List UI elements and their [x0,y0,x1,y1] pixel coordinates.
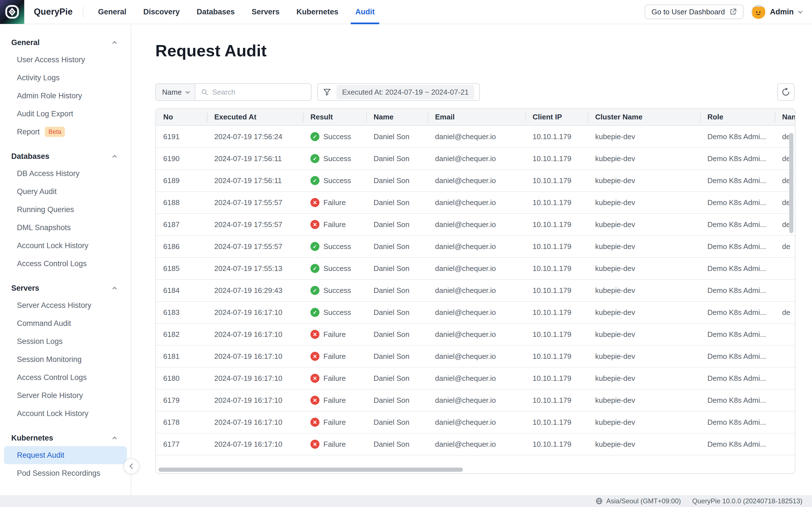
table-row[interactable]: 61822024-07-19 16:17:10✕FailureDaniel So… [156,324,795,346]
sidebar-item-db-access-history[interactable]: DB Access History [4,165,127,182]
table-body: 61912024-07-19 17:56:24✓SuccessDaniel So… [156,126,795,455]
nav-item-general[interactable]: General [90,0,135,24]
cell-result: ✕Failure [303,396,366,405]
sidebar-item-query-audit[interactable]: Query Audit [4,182,127,201]
sidebar-item-running-queries[interactable]: Running Queries [4,201,127,219]
sidebar-item-account-lock-history[interactable]: Account Lock History [4,404,127,422]
sidebar-section-header-kubernetes[interactable]: Kubernetes [0,430,131,446]
cell-client-ip: 10.10.1.179 [525,176,588,185]
table-row[interactable]: 61782024-07-19 16:17:10✕FailureDaniel So… [156,411,795,434]
sidebar-section-header-servers[interactable]: Servers [0,280,131,296]
horizontal-scrollbar[interactable] [158,467,463,472]
cell-name: Daniel Son [366,176,428,185]
cell-namespace: de [775,242,795,251]
sidebar-item-report[interactable]: ReportBeta [4,123,127,141]
sidebar-item-request-audit[interactable]: Request Audit [4,446,127,464]
table-row[interactable]: 61842024-07-19 16:29:43✓SuccessDaniel So… [156,280,795,302]
cell-cluster-name: kubepie-dev [588,220,700,229]
avatar [751,5,765,19]
cell-role: Demo K8s Admi... [700,264,775,273]
timezone-item: Asia/Seoul (GMT+09:00) [596,497,681,505]
sidebar-item-session-monitoring[interactable]: Session Monitoring [4,350,127,369]
table-row[interactable]: 61852024-07-19 17:55:13✓SuccessDaniel So… [156,258,795,280]
cell-client-ip: 10.10.1.179 [525,286,588,295]
sidebar-item-server-role-history[interactable]: Server Role History [4,386,127,404]
success-icon: ✓ [310,264,319,273]
topbar-right: Go to User Dashboard Admin [645,4,812,19]
sidebar-section-header-general[interactable]: General [0,34,131,51]
cell-cluster-name: kubepie-dev [588,242,700,251]
cell-cluster-name: kubepie-dev [588,352,700,361]
sidebar-collapse-button[interactable] [123,458,139,474]
table-row[interactable]: 61792024-07-19 16:17:10✕FailureDaniel So… [156,390,795,411]
search-field-selector[interactable]: Name [156,84,195,100]
sidebar-item-access-control-logs[interactable]: Access Control Logs [4,369,127,386]
table-row[interactable]: 61832024-07-19 16:17:10✓SuccessDaniel So… [156,302,795,324]
sidebar-item-dml-snapshots[interactable]: DML Snapshots [4,219,127,237]
querypie-logo-icon [0,0,24,24]
column-header-email: Email [428,109,525,125]
cell-namespace: de [775,308,795,317]
sidebar-item-admin-role-history[interactable]: Admin Role History [4,87,127,105]
vertical-scrollbar[interactable] [789,133,794,233]
cell-no: 6180 [156,374,207,383]
cell-role: Demo K8s Admi... [700,154,775,163]
cell-role: Demo K8s Admi... [700,242,775,251]
cell-role: Demo K8s Admi... [700,220,775,229]
nav-item-discovery[interactable]: Discovery [135,0,188,24]
cell-name: Daniel Son [366,330,428,339]
nav-item-audit[interactable]: Audit [347,0,383,24]
sidebar-item-command-audit[interactable]: Command Audit [4,314,127,332]
executed-at-filter-chip[interactable]: Executed At: 2024-07-19 ~ 2024-07-21 [336,85,474,100]
table-row[interactable]: 61812024-07-19 16:17:10✕FailureDaniel So… [156,346,795,368]
sidebar-item-audit-log-export[interactable]: Audit Log Export [4,105,127,123]
table-row[interactable]: 61902024-07-19 17:56:11✓SuccessDaniel So… [156,148,795,170]
result-label: Success [323,176,351,185]
nav-item-servers[interactable]: Servers [243,0,288,24]
sidebar-item-access-control-logs[interactable]: Access Control Logs [4,255,127,273]
cell-client-ip: 10.10.1.179 [525,308,588,317]
sidebar-item-label: Activity Logs [17,73,60,82]
column-header-nam: Nam [775,109,795,125]
cell-no: 6184 [156,286,207,295]
table-row[interactable]: 61872024-07-19 17:55:57✕FailureDaniel So… [156,214,795,236]
user-menu[interactable]: Admin [751,5,801,19]
cell-result: ✓Success [303,308,366,317]
sidebar-item-label: Command Audit [17,319,71,328]
go-to-user-dashboard-button[interactable]: Go to User Dashboard [645,4,744,19]
cell-result: ✕Failure [303,330,366,339]
sidebar-item-session-logs[interactable]: Session Logs [4,332,127,350]
nav-item-kubernetes[interactable]: Kubernetes [288,0,347,24]
beta-badge: Beta [45,127,65,137]
cell-client-ip: 10.10.1.179 [525,198,588,207]
table-row[interactable]: 61862024-07-19 17:55:57✓SuccessDaniel So… [156,236,795,258]
topbar-divider [83,6,84,18]
result-label: Failure [323,418,346,427]
table-row[interactable]: 61802024-07-19 16:17:10✕FailureDaniel So… [156,368,795,390]
cell-client-ip: 10.10.1.179 [525,352,588,361]
cell-email: daniel@chequer.io [428,220,525,229]
column-header-no: No [156,109,207,125]
sidebar-item-label: Query Audit [17,187,57,196]
table-row[interactable]: 61882024-07-19 17:55:57✕FailureDaniel So… [156,192,795,214]
sidebar-item-label: Server Role History [17,391,83,400]
chevron-up-icon [112,286,117,291]
cell-cluster-name: kubepie-dev [588,132,700,141]
chevron-down-icon [798,9,803,13]
search-input[interactable] [212,88,305,97]
table-row[interactable]: 61892024-07-19 17:56:11✓SuccessDaniel So… [156,170,795,192]
refresh-button[interactable] [777,83,795,101]
sidebar-item-account-lock-history[interactable]: Account Lock History [4,237,127,255]
funnel-filter-icon[interactable] [323,88,331,96]
table-row[interactable]: 61912024-07-19 17:56:24✓SuccessDaniel So… [156,126,795,148]
table-row[interactable]: 61772024-07-19 16:17:10✕FailureDaniel So… [156,434,795,455]
cell-executed-at: 2024-07-19 16:17:10 [207,352,303,361]
cell-email: daniel@chequer.io [428,154,525,163]
sidebar-item-server-access-history[interactable]: Server Access History [4,296,127,314]
cell-role: Demo K8s Admi... [700,330,775,339]
sidebar-item-activity-logs[interactable]: Activity Logs [4,69,127,87]
sidebar-item-pod-session-recordings[interactable]: Pod Session Recordings [4,464,127,482]
nav-item-databases[interactable]: Databases [188,0,243,24]
sidebar-item-user-access-history[interactable]: User Access History [4,51,127,69]
sidebar-section-header-databases[interactable]: Databases [0,148,131,165]
